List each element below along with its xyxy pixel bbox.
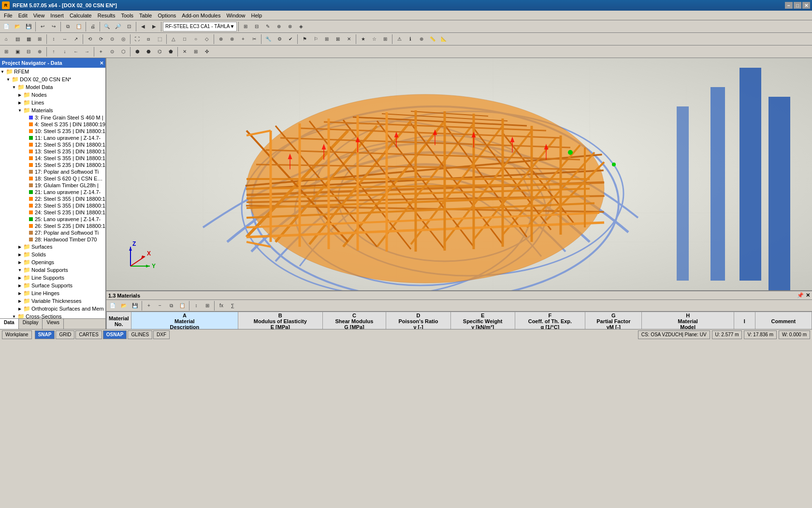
t2-5[interactable]: ↕ bbox=[48, 34, 59, 45]
t3-8[interactable]: → bbox=[82, 46, 92, 57]
ss-add-row[interactable]: + bbox=[144, 300, 154, 311]
ss-open[interactable]: 📂 bbox=[118, 300, 129, 311]
t3-2[interactable]: ▣ bbox=[12, 46, 23, 57]
tree-item[interactable]: ▶📁Openings bbox=[0, 258, 105, 266]
snap-osnap[interactable]: OSNAP bbox=[103, 330, 127, 339]
t2-17[interactable]: ○ bbox=[190, 34, 201, 45]
snap-glines[interactable]: GLINES bbox=[128, 330, 152, 339]
tree-item[interactable]: ▼📁Model Data bbox=[0, 83, 105, 91]
zoom-out[interactable]: 🔎 bbox=[113, 21, 123, 32]
save-button[interactable]: 💾 bbox=[23, 21, 34, 32]
nav-tab-display[interactable]: Display bbox=[19, 319, 43, 329]
t2-22[interactable]: ✂ bbox=[249, 34, 260, 45]
tb-btn-3[interactable]: ✎ bbox=[262, 21, 273, 32]
col-comment[interactable]: Comment bbox=[755, 312, 812, 329]
t2-7[interactable]: ↗ bbox=[71, 34, 81, 45]
tree-item[interactable]: ▶📁Orthotropic Surfaces and Mem bbox=[0, 305, 105, 313]
tree-item[interactable]: ▶📁Nodes bbox=[0, 91, 105, 99]
tree-item[interactable]: 26: Steel S 235 | DIN 18800:1 bbox=[0, 223, 105, 229]
t3-1[interactable]: ⊞ bbox=[1, 46, 12, 57]
ss-paste[interactable]: 📋 bbox=[177, 300, 188, 311]
tree-item[interactable]: ▶📁Surface Supports bbox=[0, 282, 105, 289]
menu-calculate[interactable]: Calculate bbox=[67, 12, 95, 19]
window-controls[interactable]: − □ ✕ bbox=[785, 2, 810, 9]
menu-window[interactable]: Window bbox=[223, 12, 248, 19]
t2-26[interactable]: ⚑ bbox=[299, 34, 310, 45]
zoom-in[interactable]: 🔍 bbox=[102, 21, 112, 32]
tree-item[interactable]: 28: Hardwood Timber D70 bbox=[0, 236, 105, 243]
t2-30[interactable]: ✕ bbox=[344, 34, 354, 45]
menu-view[interactable]: View bbox=[30, 12, 48, 19]
menu-table[interactable]: Table bbox=[136, 12, 155, 19]
tree-item[interactable]: 24: Steel S 235 | DIN 18800:1 bbox=[0, 209, 105, 216]
t2-13[interactable]: ⧈ bbox=[143, 34, 154, 45]
snap-dxf[interactable]: DXF bbox=[153, 330, 170, 339]
col-I[interactable]: I bbox=[734, 312, 755, 329]
tree-item[interactable]: 17: Poplar and Softwood Ti bbox=[0, 168, 105, 175]
t3-5[interactable]: ↑ bbox=[48, 46, 59, 57]
t2-32[interactable]: ☆ bbox=[369, 34, 379, 45]
t3-12[interactable]: ⬢ bbox=[132, 46, 143, 57]
t2-29[interactable]: ⊠ bbox=[333, 34, 343, 45]
t3-14[interactable]: ⌬ bbox=[154, 46, 165, 57]
t3-3[interactable]: ⊟ bbox=[23, 46, 34, 57]
ss-calc[interactable]: ∑ bbox=[227, 300, 238, 311]
t2-4[interactable]: ⊞ bbox=[34, 34, 45, 45]
t3-10[interactable]: ⊙ bbox=[107, 46, 117, 57]
t2-25[interactable]: ✔ bbox=[285, 34, 296, 45]
ss-copy[interactable]: ⧉ bbox=[166, 300, 176, 311]
t3-11[interactable]: ⬡ bbox=[118, 46, 129, 57]
tree-item[interactable]: 22: Steel S 355 | DIN 18800:1 bbox=[0, 195, 105, 202]
module-dropdown[interactable]: RF-STEEL EC3 CA1 - TÄHLA ▼ bbox=[163, 22, 237, 31]
tree-item[interactable]: 11: Lano upravene | Z-14.7- bbox=[0, 134, 105, 141]
new-button[interactable]: 📄 bbox=[1, 21, 12, 32]
ss-del-row[interactable]: − bbox=[155, 300, 165, 311]
tree-item[interactable]: ▶📁Line Hinges bbox=[0, 289, 105, 297]
navigator-close[interactable]: ✕ bbox=[100, 60, 103, 66]
tree-item[interactable]: ▶📁Lines bbox=[0, 99, 105, 106]
col-C[interactable]: CShear ModulusG [MPa] bbox=[322, 312, 386, 329]
t2-10[interactable]: ⊙ bbox=[107, 34, 117, 45]
tree-item[interactable]: ▼📁Materials bbox=[0, 106, 105, 114]
spreadsheet-pin[interactable]: 📌 bbox=[797, 292, 804, 299]
t2-14[interactable]: ⬚ bbox=[154, 34, 165, 45]
tree-item[interactable]: 19: Glulam Timber GL28h | bbox=[0, 182, 105, 189]
open-button[interactable]: 📂 bbox=[12, 21, 23, 32]
t2-24[interactable]: ⚙ bbox=[274, 34, 285, 45]
col-A[interactable]: AMaterialDescription bbox=[131, 312, 238, 329]
print-button[interactable]: 🖨 bbox=[87, 21, 98, 32]
t2-36[interactable]: ⊕ bbox=[416, 34, 427, 45]
snap-cartes[interactable]: CARTES bbox=[75, 330, 102, 339]
snap-grid[interactable]: GRID bbox=[56, 330, 74, 339]
t3-4[interactable]: ⊕ bbox=[34, 46, 45, 57]
col-G[interactable]: GPartial FactorγM [-] bbox=[585, 312, 642, 329]
ss-filter[interactable]: ⊞ bbox=[202, 300, 213, 311]
tree-item[interactable]: ▶📁Surfaces bbox=[0, 243, 105, 251]
copy-button[interactable]: ⧉ bbox=[62, 21, 73, 32]
t2-23[interactable]: 🔧 bbox=[263, 34, 274, 45]
close-button[interactable]: ✕ bbox=[802, 2, 810, 9]
menu-help[interactable]: Help bbox=[248, 12, 265, 19]
menu-options[interactable]: Options bbox=[155, 12, 179, 19]
menu-tools[interactable]: Tools bbox=[118, 12, 136, 19]
ss-new[interactable]: 📄 bbox=[107, 300, 118, 311]
minimize-button[interactable]: − bbox=[785, 2, 793, 9]
t2-2[interactable]: ▤ bbox=[12, 34, 23, 45]
nav-tab-data[interactable]: Data bbox=[0, 319, 19, 329]
undo-button[interactable]: ↩ bbox=[37, 21, 48, 32]
nav-prev[interactable]: ◀ bbox=[138, 21, 148, 32]
tb-btn-4[interactable]: ⊕ bbox=[274, 21, 284, 32]
tree-item[interactable]: ▶📁Variable Thicknesses bbox=[0, 297, 105, 305]
menu-addons[interactable]: Add-on Modules bbox=[179, 12, 223, 19]
maximize-button[interactable]: □ bbox=[794, 2, 801, 9]
t2-6[interactable]: ↔ bbox=[59, 34, 70, 45]
t2-3[interactable]: ▦ bbox=[23, 34, 34, 45]
workplane-indicator[interactable]: Workplane bbox=[2, 330, 32, 339]
t3-7[interactable]: ← bbox=[71, 46, 81, 57]
menu-file[interactable]: File bbox=[1, 12, 15, 19]
t2-35[interactable]: ℹ bbox=[405, 34, 416, 45]
ss-sort[interactable]: ↕ bbox=[191, 300, 202, 311]
t2-18[interactable]: ◇ bbox=[202, 34, 212, 45]
tb-btn-5[interactable]: ⊗ bbox=[285, 21, 295, 32]
t2-27[interactable]: ⚐ bbox=[310, 34, 321, 45]
